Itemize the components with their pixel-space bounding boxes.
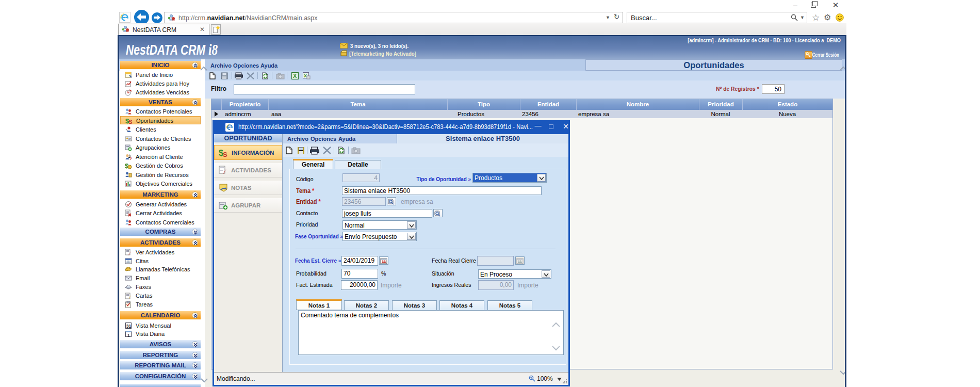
svg-text:S: S [223, 151, 227, 157]
svg-text:31: 31 [126, 324, 132, 329]
svg-text:S: S [128, 119, 132, 124]
svg-text:1: 1 [127, 333, 130, 337]
svg-text:X: X [293, 73, 297, 79]
svg-text:?: ? [129, 156, 132, 160]
svg-text:X: X [304, 73, 307, 78]
